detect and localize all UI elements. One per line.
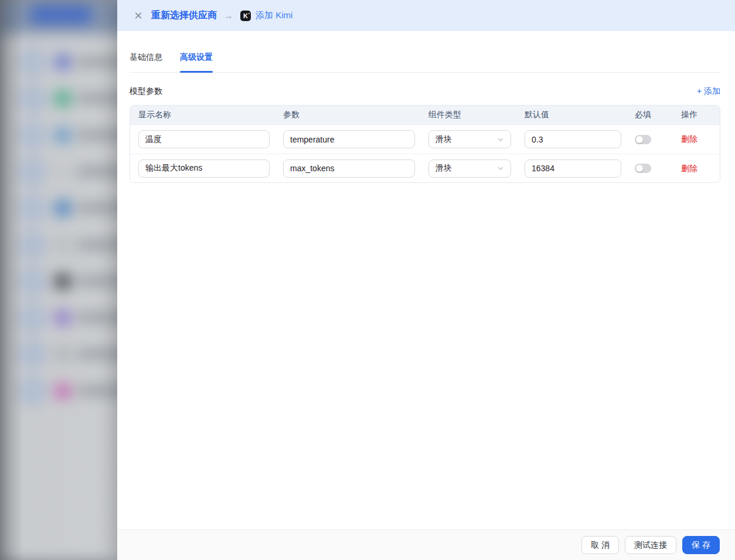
param-name-input[interactable]: [283, 130, 415, 148]
chevron-down-icon: [497, 165, 504, 172]
modal-body: 基础信息 高级设置 模型参数 + 添加 显示名称 参数 组件类型 默认值 必填 …: [117, 31, 735, 530]
required-toggle[interactable]: [635, 164, 651, 173]
param-name-input[interactable]: [283, 159, 415, 178]
default-value-input[interactable]: [525, 130, 621, 148]
save-button[interactable]: 保 存: [682, 536, 720, 554]
tab-advanced-settings[interactable]: 高级设置: [180, 45, 213, 72]
test-connection-button[interactable]: 测试连接: [625, 536, 676, 554]
modal-title: 添加 Kimi: [256, 10, 292, 21]
modal-header: ✕ 重新选择供应商 → K 添加 Kimi: [117, 0, 735, 31]
add-provider-modal: ✕ 重新选择供应商 → K 添加 Kimi 基础信息 高级设置 模型参数 + 添…: [117, 0, 735, 560]
chevron-down-icon: [497, 136, 504, 143]
delete-row-button[interactable]: 删除: [681, 164, 697, 173]
model-params-section-header: 模型参数 + 添加: [130, 86, 720, 97]
table-row: 滑块 删除: [130, 125, 720, 154]
component-type-select[interactable]: 滑块: [428, 159, 511, 178]
col-header-actions: 操作: [673, 110, 720, 120]
section-title: 模型参数: [130, 86, 162, 97]
default-value-input[interactable]: [525, 159, 621, 178]
tab-basic-info[interactable]: 基础信息: [130, 45, 162, 72]
display-name-input[interactable]: [138, 130, 270, 148]
kimi-logo-icon: K: [240, 11, 251, 21]
tab-bar: 基础信息 高级设置: [130, 45, 720, 73]
close-icon[interactable]: ✕: [133, 11, 144, 21]
required-toggle[interactable]: [635, 135, 651, 144]
col-header-param: 参数: [275, 110, 420, 120]
arrow-right-icon: →: [224, 11, 233, 21]
display-name-input[interactable]: [138, 159, 270, 178]
model-params-table: 显示名称 参数 组件类型 默认值 必填 操作 滑块 删除: [130, 105, 720, 183]
col-header-required: 必填: [627, 110, 673, 120]
delete-row-button[interactable]: 删除: [681, 134, 697, 144]
col-header-default-value: 默认值: [516, 110, 627, 120]
col-header-component-type: 组件类型: [420, 110, 516, 120]
component-type-select[interactable]: 滑块: [428, 130, 511, 148]
reselect-provider-link[interactable]: 重新选择供应商: [151, 9, 217, 22]
modal-footer: 取 消 测试连接 保 存: [117, 530, 735, 560]
add-param-button[interactable]: + 添加: [697, 86, 720, 97]
cancel-button[interactable]: 取 消: [581, 536, 619, 554]
col-header-display-name: 显示名称: [130, 110, 275, 120]
table-row: 滑块 删除: [130, 154, 720, 182]
table-header-row: 显示名称 参数 组件类型 默认值 必填 操作: [130, 106, 720, 125]
